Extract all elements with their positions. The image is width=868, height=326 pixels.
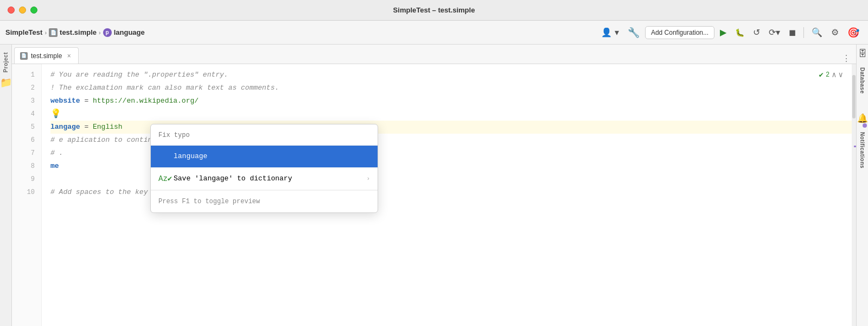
line-3-equals: =	[80, 95, 93, 108]
debug-button[interactable]: 🐛	[732, 26, 748, 39]
line-3-key: website	[50, 95, 80, 108]
chevron-right-icon: ›	[366, 172, 370, 185]
database-label[interactable]: Database	[859, 67, 865, 93]
code-line-4: 💡	[50, 108, 852, 121]
breadcrumb-sep-2: ›	[99, 29, 101, 36]
file-icon: 📄	[49, 28, 58, 37]
menu-footer: Press F1 to toggle preview	[151, 190, 378, 212]
tab-more-button[interactable]: ⋮	[839, 53, 854, 64]
search-button[interactable]: 🔍	[808, 25, 826, 40]
line-numbers: 1 2 3 4 5 6 7 8 9 10	[12, 64, 42, 326]
breadcrumb-symbol[interactable]: p language	[103, 28, 145, 37]
line-num-8: 8	[12, 160, 41, 173]
line-8-key: me	[50, 160, 59, 173]
breadcrumb-symbol-label: language	[114, 28, 145, 36]
line-num-4: 4	[12, 108, 41, 121]
folder-icon[interactable]: 📁	[0, 77, 12, 89]
editor-container: 📄 test.simple × ⋮ 1 2 3 4 5 6 7 8 9 10	[12, 45, 856, 326]
line-num-10: 10	[12, 186, 41, 199]
breadcrumb-file[interactable]: 📄 test.simple	[49, 28, 97, 37]
line-num-1: 1	[12, 68, 41, 82]
scrollbar-thumb[interactable]	[852, 75, 856, 118]
line-7-text: # .	[50, 147, 63, 160]
coverage-button[interactable]: ↺	[750, 25, 763, 40]
code-line-2: ! The exclamation mark can also mark tex…	[50, 82, 852, 95]
line-5-equals: =	[80, 121, 93, 134]
notification-dot	[863, 123, 867, 128]
main-layout: Project 📁 📄 test.simple × ⋮ 1 2 3 4 5 6 …	[0, 45, 868, 326]
add-configuration-button[interactable]: Add Configuration...	[645, 26, 714, 39]
toolbar: SimpleTest › 📄 test.simple › p language …	[0, 21, 868, 45]
menu-item-save-dict-label: Save 'langage' to dictionary	[174, 172, 292, 185]
line-num-6: 6	[12, 134, 41, 147]
sidebar-project-label[interactable]: Project	[3, 52, 9, 72]
maximize-button[interactable]	[30, 7, 37, 14]
line-num-9: 9	[12, 173, 41, 186]
line-5-value: English	[93, 121, 123, 134]
tab-test-simple[interactable]: 📄 test.simple ×	[14, 47, 79, 64]
line-num-3: 3	[12, 95, 41, 108]
stop-button[interactable]: ◼	[786, 25, 799, 40]
code-area[interactable]: ✔ 2 ∧ ∨ # You are reading the ".properti…	[42, 64, 852, 326]
database-icon[interactable]: 🗄	[858, 49, 867, 59]
line-num-5: 5	[12, 121, 41, 134]
profile-button[interactable]: ⟳▾	[765, 25, 783, 40]
tab-close-button[interactable]: ×	[65, 52, 73, 60]
line-num-2: 2	[12, 82, 41, 95]
menu-item-language[interactable]: language	[151, 146, 378, 167]
settings-button[interactable]: ⚙	[828, 25, 842, 40]
breadcrumb-root-label: SimpleTest	[5, 28, 42, 36]
line-3-value: https://en.wikipedia.org/	[93, 95, 199, 108]
right-sidebar: 🗄 Database 🔔 Notifications	[856, 45, 868, 326]
tab-bar: 📄 test.simple × ⋮	[12, 45, 856, 64]
menu-item-language-label: language	[174, 150, 207, 163]
line-10-text: # Add spaces to the key	[50, 186, 148, 199]
menu-item-save-dict[interactable]: Az✔ Save 'langage' to dictionary ›	[151, 168, 378, 190]
minimize-button[interactable]	[19, 7, 26, 14]
line-1-text: # You are reading the ".properties" entr…	[50, 68, 228, 82]
breadcrumb: SimpleTest › 📄 test.simple › p language	[5, 28, 145, 37]
toolbar-separator	[803, 27, 804, 38]
breadcrumb-sep-1: ›	[44, 29, 47, 36]
plugins-button[interactable]: 🎯	[844, 24, 863, 41]
user-button[interactable]: 👤 ▾	[598, 25, 622, 40]
code-line-1: # You are reading the ".properties" entr…	[50, 68, 852, 82]
editor-body: 1 2 3 4 5 6 7 8 9 10 ✔ 2 ∧ ∨	[12, 64, 856, 326]
run-button[interactable]: ▶	[717, 25, 730, 40]
az-check-icon: Az✔	[158, 172, 169, 185]
tab-file-icon: 📄	[20, 52, 28, 60]
line-5-key-typo: langage	[50, 121, 80, 134]
notifications-label[interactable]: Notifications	[859, 132, 865, 168]
scrollbar-mark	[854, 146, 856, 147]
breadcrumb-file-label: test.simple	[60, 28, 97, 36]
symbol-badge: p	[103, 28, 112, 37]
toolbar-actions: 👤 ▾ 🔧 Add Configuration... ▶ 🐛 ↺ ⟳▾ ◼ 🔍 …	[598, 24, 863, 41]
tab-label: test.simple	[31, 52, 62, 60]
run-config-button[interactable]: 🔧	[624, 24, 643, 41]
context-menu: Fix typo language Az✔ Save 'langage' to …	[150, 124, 378, 213]
notifications-icon[interactable]: 🔔	[857, 113, 868, 123]
line-2-text: ! The exclamation mark can also mark tex…	[50, 82, 279, 95]
traffic-lights	[8, 7, 37, 14]
scrollbar-gutter[interactable]	[852, 64, 856, 326]
bulb-icon: 💡	[50, 108, 61, 121]
title-bar: SimpleTest – test.simple	[0, 0, 868, 21]
menu-header: Fix typo	[151, 124, 378, 146]
left-sidebar: Project 📁	[0, 45, 12, 326]
line-num-7: 7	[12, 147, 41, 160]
code-line-3: website = https://en.wikipedia.org/	[50, 95, 852, 108]
window-title: SimpleTest – test.simple	[393, 6, 475, 14]
close-button[interactable]	[8, 7, 15, 14]
breadcrumb-root[interactable]: SimpleTest	[5, 28, 42, 36]
